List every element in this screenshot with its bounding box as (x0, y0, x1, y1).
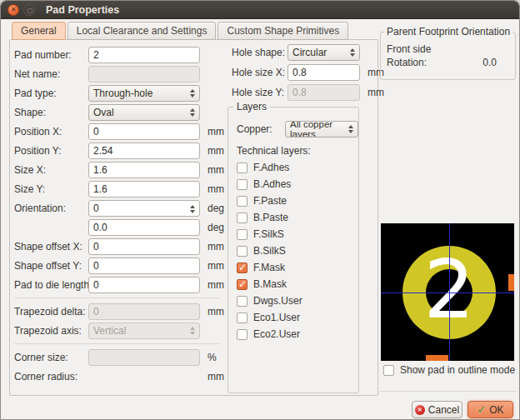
checkbox-label: F.Adhes (253, 162, 289, 173)
separator (14, 298, 220, 298)
technical-layers-list: F.AdhesB.AdhesF.PasteB.PasteF.SilkSB.Sil… (237, 162, 358, 340)
restore-icon[interactable] (23, 4, 35, 16)
rotation-label: Rotation: (387, 57, 427, 68)
position-x-field[interactable]: 0 (88, 123, 200, 140)
size-y-row: Size Y:1.6mm (14, 181, 224, 198)
layer-checkbox-row: F.Mask (237, 262, 358, 273)
layer-checkbox-row: Dwgs.User (237, 295, 358, 307)
unit-label: mm (208, 183, 224, 195)
checkbox-eco1-user[interactable] (237, 312, 248, 323)
size-x-label: Size X: (14, 164, 88, 176)
spinner-arrows-icon (190, 327, 195, 335)
trapezoid-axis-label: Trapezoid axis: (14, 325, 88, 337)
hole-settings-form: Hole shape:CircularHole size X:0.8mmHole… (232, 44, 373, 104)
shape-offset-y-label: Shape offset Y: (14, 260, 88, 272)
hole-shape-label: Hole shape: (232, 47, 288, 58)
checkbox-f-adhes[interactable] (237, 162, 248, 173)
corner-radius-row: Corner radius:mm (14, 368, 224, 385)
orientation-custom-field[interactable]: 0.0 (88, 219, 200, 236)
layer-checkbox-row: F.SilkS (237, 228, 358, 240)
shape-offset-y-field[interactable]: 0 (88, 258, 200, 274)
checkbox-f-paste[interactable] (237, 196, 248, 207)
tab-custom-shape-primitives[interactable]: Custom Shape Primitives (218, 22, 348, 40)
hole-size-x-label: Hole size X: (232, 67, 288, 78)
cancel-icon: ✕ (415, 405, 425, 415)
technical-layers-label: Technical layers: (237, 145, 358, 157)
orientation-label: Orientation: (14, 202, 88, 214)
ok-button[interactable]: ✓ OK (468, 401, 513, 418)
close-icon[interactable]: ✕ (8, 4, 19, 16)
tab-local-clearance-and-settings[interactable]: Local Clearance and Settings (68, 22, 217, 40)
copper-label: Copper: (237, 123, 285, 135)
position-x-label: Position X: (14, 126, 88, 138)
layer-checkbox-row: F.Paste (237, 195, 358, 207)
hole-size-y-label: Hole size Y: (232, 87, 288, 98)
checkbox-f-silks[interactable] (237, 229, 248, 240)
copper-layers-select[interactable]: All copper layers (285, 121, 358, 138)
layer-checkbox-row: B.Paste (237, 212, 358, 223)
shape-offset-x-field[interactable]: 0 (88, 238, 200, 255)
pad-type-row: Pad type:Through-hole (14, 85, 224, 102)
trapezoid-axis-row: Trapezoid axis:Vertical (14, 322, 224, 339)
net-name-row: Net name: (14, 66, 224, 82)
titlebar[interactable]: ✕ Pad Properties (1, 1, 519, 19)
orientation-field[interactable]: 0 (88, 200, 200, 217)
tab-general[interactable]: General (12, 22, 66, 40)
layer-checkbox-row: B.Adhes (237, 178, 358, 190)
unit-label: mm (208, 164, 224, 176)
layer-checkbox-row: Eco1.User (237, 312, 358, 323)
size-x-field[interactable]: 1.6 (88, 162, 200, 178)
position-x-row: Position X:0mm (14, 123, 224, 140)
corner-size-row: Corner size:% (14, 349, 224, 366)
corner-radius-field (88, 368, 200, 385)
shape-field[interactable]: Oval (88, 104, 200, 121)
checkbox-f-mask[interactable] (237, 262, 248, 273)
checkbox-b-silks[interactable] (237, 246, 248, 257)
pad-type-field[interactable]: Through-hole (88, 85, 200, 102)
footprint-side-label: Front side (387, 43, 515, 55)
unit-label: mm (208, 126, 224, 138)
spinner-arrows-icon (350, 48, 355, 57)
ok-check-icon: ✓ (477, 404, 486, 415)
checkbox-dwgs-user[interactable] (237, 296, 248, 307)
size-y-field[interactable]: 1.6 (88, 181, 200, 198)
orientation-custom-row: 0.0deg (14, 219, 224, 236)
hole-shape-field[interactable]: Circular (288, 44, 360, 61)
checkbox-b-mask[interactable] (237, 279, 248, 290)
pad-to-die-length-row: Pad to die length:0mm (14, 277, 224, 293)
pad-to-die-length-field[interactable]: 0 (88, 277, 200, 293)
net-name-field (88, 66, 200, 82)
edge-marker-right (508, 274, 514, 291)
position-y-row: Position Y:2.54mm (14, 142, 224, 159)
orientation-group-title: Parent Footprint Orientation (384, 26, 512, 38)
shape-offset-x-label: Shape offset X: (14, 241, 88, 252)
checkbox-label: B.Paste (253, 212, 288, 223)
pad-properties-dialog: ✕ Pad Properties General Local Clearance… (0, 0, 520, 420)
checkbox-label: B.Mask (253, 278, 287, 290)
checkbox-eco2-user[interactable] (237, 329, 248, 340)
position-y-field[interactable]: 2.54 (88, 142, 200, 159)
checkbox-b-adhes[interactable] (237, 179, 248, 190)
pad-preview-panel: 2 (381, 223, 514, 361)
pad-to-die-length-label: Pad to die length: (14, 279, 88, 291)
corner-size-field (88, 349, 200, 366)
hole-size-x-field[interactable]: 0.8 (288, 64, 360, 81)
shape-offset-x-row: Shape offset X:0mm (14, 238, 224, 255)
copper-layers-row: Copper: All copper layers (237, 121, 358, 138)
button-separator (380, 391, 516, 392)
unit-label: % (208, 352, 217, 363)
orientation-row: Orientation:0deg (14, 200, 224, 217)
checkbox-b-paste[interactable] (237, 212, 248, 223)
checkbox-label: F.Mask (253, 262, 285, 273)
edge-marker-bottom (426, 355, 448, 361)
show-pad-outline-checkbox[interactable] (383, 365, 394, 376)
layers-group-title: Layers (233, 101, 270, 112)
checkbox-label: F.Paste (253, 195, 287, 207)
pad-number-field[interactable]: 2 (88, 47, 200, 63)
outline-mode-row: Show pad in outline mode (383, 364, 515, 376)
hole-size-y-row: Hole size Y:0.8mm (232, 84, 373, 101)
show-pad-outline-label: Show pad in outline mode (400, 364, 515, 376)
size-x-row: Size X:1.6mm (14, 162, 224, 178)
spinner-arrows-icon (190, 205, 195, 213)
cancel-button[interactable]: ✕ Cancel (412, 401, 462, 418)
